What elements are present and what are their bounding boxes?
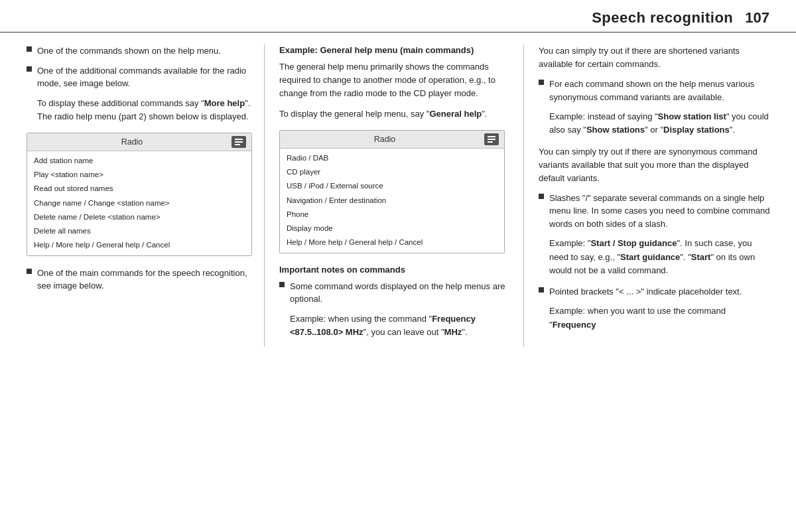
left-bullet-3-text: One of the main commands for the speech …	[37, 267, 252, 293]
menu-item: USB / iPod / External source	[280, 179, 504, 193]
bullet-square-icon	[539, 287, 544, 293]
menu-item: Read out stored names	[27, 182, 251, 196]
middle-bullet-1: Some command words displayed on the help…	[279, 280, 511, 306]
right-bullet-2-text: Slashes "/" separate several commands on…	[549, 192, 771, 231]
page-number: 107	[745, 9, 769, 27]
menu-item: Help / More help / General help / Cancel	[27, 238, 251, 252]
bullet-square-icon	[27, 66, 32, 72]
svg-rect-4	[488, 139, 496, 140]
left-bullet-1-text: One of the commands shown on the help me…	[37, 44, 252, 58]
menu-box-2-icon	[484, 133, 499, 145]
menu-box-1-titlebar: Radio	[27, 133, 251, 151]
middle-heading-2: Important notes on commands	[279, 264, 511, 276]
middle-para-2-bold: General help	[429, 109, 482, 119]
middle-para-2-before: To display the general help menu, say "	[279, 109, 429, 119]
menu-item: Add station name	[27, 154, 251, 168]
menu-item: Delete name / Delete <station name>	[27, 210, 251, 224]
right-bullet-3-text: Pointed brackets "< ... >" indicate plac…	[549, 285, 771, 299]
right-indent-1-before: Example: instead of saying "	[549, 111, 658, 121]
menu-item: Help / More help / General help / Cancel	[280, 235, 504, 249]
right-indent-2-bold3: Start	[691, 252, 711, 262]
middle-para-2-after: ".	[482, 109, 487, 119]
middle-indent-1-end: ".	[462, 327, 467, 337]
right-column: You can simply try out if there are shor…	[524, 44, 796, 347]
middle-para-2: To display the general help menu, say "G…	[279, 107, 511, 121]
right-indent-2-mid2: ". "	[680, 252, 691, 262]
bullet-square-icon	[279, 282, 285, 287]
middle-column: Example: General help menu (main command…	[265, 44, 524, 347]
menu-icon-svg	[234, 137, 243, 147]
menu-box-1-icon	[232, 136, 246, 148]
left-indent-1: To display these additional commands say…	[37, 97, 252, 123]
bullet-square-icon	[539, 80, 544, 85]
svg-rect-0	[235, 139, 243, 140]
menu-item: Play <station name>	[27, 168, 251, 182]
menu-item: Navigation / Enter destination	[280, 194, 504, 208]
menu-box-2-title: Radio	[285, 135, 484, 144]
menu-box-1-title: Radio	[33, 137, 232, 147]
menu-box-1-items: Add station name Play <station name> Rea…	[27, 151, 251, 255]
menu-item: Radio / DAB	[280, 151, 504, 165]
page-header: Speech recognition 107	[0, 0, 796, 33]
right-indent-3: Example: when you want to use the comman…	[549, 304, 771, 331]
right-indent-2: Example: "Start / Stop guidance". In suc…	[549, 237, 771, 277]
svg-rect-5	[488, 141, 493, 143]
header-title: Speech recognition	[592, 9, 733, 27]
svg-rect-2	[235, 144, 240, 145]
svg-rect-3	[488, 136, 496, 137]
right-indent-2-before: Example: "	[549, 238, 590, 248]
menu-item: CD player	[280, 165, 504, 179]
right-bullet-1: For each command shown on the help menus…	[539, 78, 771, 103]
middle-heading-1-text: Example: General help menu (main command…	[279, 45, 474, 55]
menu-box-2-items: Radio / DAB CD player USB / iPod / Exter…	[280, 149, 504, 253]
middle-bullet-1-text: Some command words displayed on the help…	[290, 280, 511, 306]
left-bullet-2-text: One of the additional commands available…	[37, 64, 252, 90]
bullet-square-icon	[539, 194, 544, 199]
right-indent-1-bold3: Display stations	[663, 125, 730, 135]
radio-menu-box-2: Radio Radio / DAB CD player USB / iPod /…	[279, 130, 505, 253]
right-para-1: You can simply try out if there are shor…	[539, 44, 771, 71]
middle-para-1: The general help menu primarily shows th…	[279, 60, 511, 100]
menu-box-2-titlebar: Radio	[280, 131, 504, 149]
left-indent-1-before: To display these additional commands say…	[37, 98, 204, 108]
left-indent-1-bold: More help	[204, 98, 245, 108]
menu-item: Display mode	[280, 222, 504, 235]
bullet-square-icon	[27, 269, 32, 274]
right-bullet-2: Slashes "/" separate several commands on…	[539, 192, 771, 231]
middle-heading-1: Example: General help menu (main command…	[279, 44, 511, 56]
middle-indent-1: Example: when using the command "Frequen…	[290, 312, 511, 339]
right-bullet-1-text: For each command shown on the help menus…	[549, 78, 771, 103]
menu-icon-svg	[487, 135, 496, 144]
left-bullet-2: One of the additional commands available…	[27, 64, 252, 90]
menu-item: Delete all names	[27, 224, 251, 238]
middle-indent-1-before: Example: when using the command "	[290, 314, 432, 324]
right-indent-1-bold2: Show stations	[586, 125, 645, 135]
right-indent-1-bold1: Show station list	[658, 111, 726, 121]
left-bullet-3: One of the main commands for the speech …	[27, 267, 252, 293]
right-indent-3-bold: Frequency	[553, 320, 596, 330]
right-indent-1: Example: instead of saying "Show station…	[549, 110, 771, 137]
right-indent-2-bold2: Start guidance	[620, 252, 680, 262]
right-indent-1-mid2: " or "	[645, 125, 663, 135]
menu-item: Phone	[280, 208, 504, 222]
right-bullet-3: Pointed brackets "< ... >" indicate plac…	[539, 285, 771, 299]
middle-indent-1-after: ", you can leave out "	[364, 327, 444, 337]
bullet-square-icon	[27, 46, 32, 52]
left-column: One of the commands shown on the help me…	[0, 44, 265, 347]
right-indent-2-bold1: Start / Stop guidance	[590, 238, 677, 248]
svg-rect-1	[235, 141, 243, 143]
content-area: One of the commands shown on the help me…	[0, 33, 796, 347]
middle-indent-1-bold2: MHz	[444, 327, 462, 337]
radio-menu-box-1: Radio Add station name Play <station nam…	[27, 133, 252, 256]
left-bullet-1: One of the commands shown on the help me…	[27, 44, 252, 58]
menu-item: Change name / Change <station name>	[27, 196, 251, 210]
right-indent-1-end: ".	[730, 125, 735, 135]
right-para-2: You can simply try out if there are syno…	[539, 145, 771, 185]
